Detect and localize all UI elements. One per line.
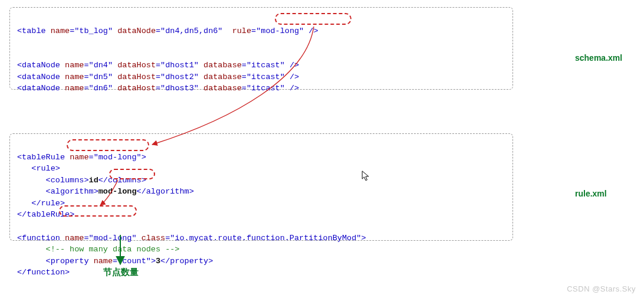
label-schema-xml: schema.xml <box>575 53 622 63</box>
dn-name-2: dn6 <box>94 84 108 93</box>
watermark: CSDN @Stars.Sky <box>567 284 636 293</box>
table-datanode: dn4,dn5,dn6 <box>165 27 218 35</box>
property-name: count <box>122 257 146 266</box>
function-comment: <!-- how many data nodes --> <box>46 245 180 254</box>
rule-xml-box: <tableRule name="mod-long"> <rule> <colu… <box>9 133 513 241</box>
function-class: io.mycat.route.function.PartitionByMod <box>175 234 356 243</box>
label-node-count: 节点数量 <box>103 267 139 278</box>
dn-name-1: dn5 <box>94 73 108 81</box>
schema-xml-box: <table name="tb_log" dataNode="dn4,dn5,d… <box>9 7 513 90</box>
rule-algorithm: mod-long <box>98 187 137 196</box>
dn-host-1: dhost2 <box>165 73 194 81</box>
label-rule-xml: rule.xml <box>575 189 607 198</box>
dn-db-2: itcast <box>251 84 280 93</box>
function-name: mod-long <box>94 234 132 243</box>
rule-columns: id <box>89 176 98 185</box>
dn-host-0: dhost1 <box>165 61 194 70</box>
table-name: tb_log <box>79 27 108 35</box>
dn-db-0: itcast <box>251 61 280 70</box>
table-rule: mod-long <box>261 27 299 35</box>
dn-db-1: itcast <box>251 73 280 81</box>
dn-host-2: dhost3 <box>165 84 194 93</box>
tablerule-name: mod-long <box>98 153 137 162</box>
property-value: 3 <box>156 257 160 266</box>
dn-name-0: dn4 <box>94 61 108 70</box>
cursor-icon <box>362 171 370 182</box>
